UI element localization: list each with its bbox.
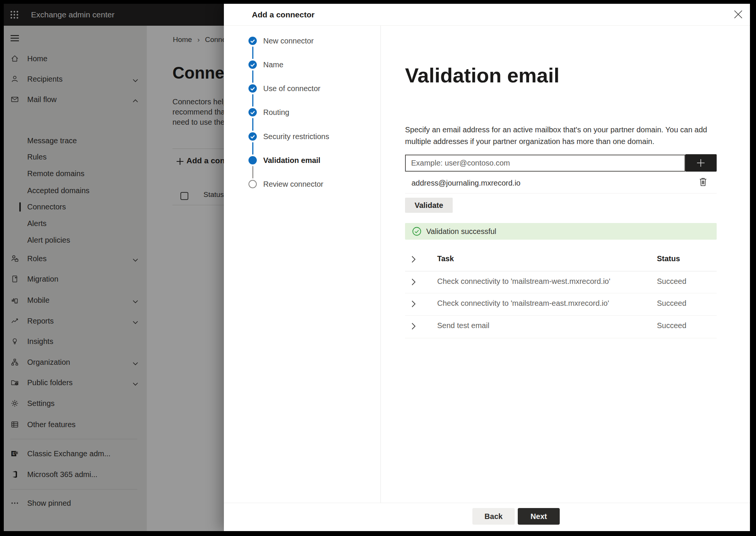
more-dots-icon [10,499,19,508]
step-connector-line [252,166,253,178]
steps-content-divider [380,26,381,503]
step-connector-line [252,70,253,83]
sidebar-item-rules[interactable]: Rules [4,149,147,164]
step-connector-line [252,142,253,155]
person-icon [10,74,19,84]
add-address-button[interactable] [685,154,717,172]
selected-indicator [19,202,21,212]
sidebar-item-migration[interactable]: Migration [4,271,147,287]
chevron-down-icon [132,257,138,260]
added-address: address@journaling.mxrecord.io [411,178,520,188]
chevron-down-icon [132,77,138,81]
migration-icon [10,274,19,283]
table-row-task: Check connectivity to 'mailstream-west.m… [437,277,610,286]
divider [405,193,717,194]
select-all-checkbox[interactable] [180,192,188,200]
chevron-down-icon [132,319,138,323]
plus-icon [176,157,184,166]
close-icon[interactable] [734,10,744,20]
sidebar-item-reports[interactable]: Reports [4,313,147,328]
step-check-icon [248,37,257,45]
validation-success-banner: Validation successful [405,223,717,240]
validation-description: Specify an email address for an active m… [405,124,707,147]
back-button[interactable]: Back [472,508,515,525]
sidebar-item-mobile[interactable]: Mobile [4,293,147,308]
status-column-header: Status [657,254,680,263]
org-chart-icon [10,358,19,367]
sidebar-item-connectors[interactable]: Connectors [4,199,147,214]
mobile-icon [10,296,19,305]
sidebar-item-recipients[interactable]: Recipients [4,71,147,87]
sidebar-item-accepted-domains[interactable]: Accepted domains [4,183,147,198]
lightbulb-icon [10,337,19,346]
step-check-icon [248,60,257,69]
sidebar-item-home[interactable]: Home [4,51,147,66]
home-icon [10,54,19,63]
banner-text: Validation successful [426,223,496,240]
sidebar-item-alerts[interactable]: Alerts [4,216,147,231]
app-launcher-icon[interactable] [10,10,19,19]
footer-divider [224,503,750,503]
validation-email-heading: Validation email [405,64,559,87]
dialog-header: Add a connector [224,4,750,26]
next-button[interactable]: Next [518,508,560,525]
sidebar-item-public-folders[interactable]: Public folders [4,375,147,390]
validate-button[interactable]: Validate [405,198,453,213]
step-current-dot [248,156,257,164]
expand-row-chevron-icon[interactable] [411,278,416,286]
breadcrumb-current: Conne [205,36,226,43]
breadcrumb: Home›Conne [173,36,226,44]
roles-icon [10,254,19,263]
email-address-input[interactable] [405,155,685,172]
table-divider [405,293,717,293]
sidebar-item-show-pinned[interactable]: Show pinned [4,496,147,511]
table-icon [10,420,19,429]
sidebar-item-classic-exchange[interactable]: E Classic Exchange adm... [4,446,147,461]
step-connector-line [252,46,253,59]
chevron-down-icon [132,381,138,384]
sidebar-divider [10,439,137,439]
expand-row-chevron-icon[interactable] [411,322,416,330]
success-check-icon [412,226,422,236]
table-divider [405,271,717,271]
dialog-title: Add a connector [252,4,315,26]
step-check-icon [248,84,257,93]
app-title: Exchange admin center [31,4,115,26]
sidebar-item-settings[interactable]: Settings [4,396,147,411]
mail-icon [10,95,19,104]
sidebar-item-alert-policies[interactable]: Alert policies [4,232,147,248]
table-divider [405,315,717,316]
sidebar-item-organization[interactable]: Organization [4,355,147,370]
task-column-header: Task [437,254,454,263]
expand-row-chevron-icon[interactable] [411,300,416,308]
expand-all-chevron-icon[interactable] [411,256,416,263]
table-row-task: Check connectivity to 'mailstream-east.m… [437,299,609,308]
table-row-status: Succeed [657,299,686,308]
table-row-task: Send test email [437,321,489,330]
page-description: Connectors help recommend that need to u… [172,97,228,127]
breadcrumb-home-link[interactable]: Home [173,36,192,43]
sidebar-item-other-features[interactable]: Other features [4,417,147,432]
chevron-down-icon [132,360,138,364]
step-check-icon [248,132,257,141]
sidebar-item-m365-admin[interactable]: Microsoft 365 admi... [4,467,147,482]
sidebar-item-insights[interactable]: Insights [4,334,147,349]
sidebar-item-message-trace[interactable]: Message trace [4,133,147,148]
chevron-down-icon [132,298,138,302]
chart-icon [10,316,19,325]
sidebar-item-roles[interactable]: Roles [4,251,147,266]
gear-icon [10,399,19,408]
sidebar: Home Recipients Mail flow Message trace … [4,26,147,531]
sidebar-item-mail-flow[interactable]: Mail flow [4,92,147,107]
step-connector-line [252,118,253,131]
plus-icon [696,158,706,168]
table-divider [405,338,717,338]
status-column-header: Status [203,191,224,199]
sidebar-item-remote-domains[interactable]: Remote domains [4,166,147,181]
step-todo-dot [248,180,257,188]
folder-globe-icon [10,378,19,387]
add-connector-dialog: Add a connector New connector Name Use o… [224,4,750,531]
hamburger-menu-icon[interactable] [10,35,19,42]
delete-address-trash-icon[interactable] [699,177,708,187]
chevron-up-icon [132,98,138,101]
